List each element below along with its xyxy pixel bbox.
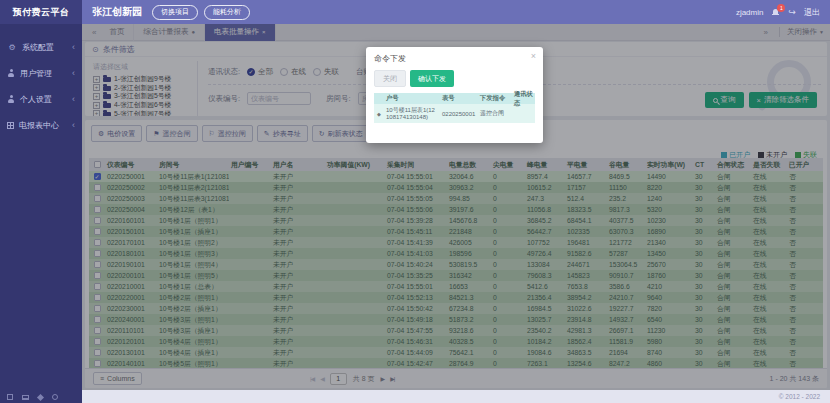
project-name: 张江创新园	[92, 5, 142, 19]
logout-icon: ↪	[788, 7, 796, 17]
modal-confirm-button[interactable]: 确认下发	[410, 70, 454, 87]
meter-cell: 0220250001	[440, 111, 478, 117]
energy-analysis-button[interactable]: 能耗分析	[204, 5, 250, 20]
modal-close-icon[interactable]: ×	[531, 51, 536, 61]
grid-icon	[7, 122, 14, 129]
sidebar-item-gear[interactable]: 系统配置 ‹	[0, 34, 82, 60]
switch-project-button[interactable]: 切换项目	[152, 5, 198, 20]
brand-logo: 预付费云平台	[0, 0, 82, 24]
username: zjadmin	[736, 8, 764, 17]
notification-bell[interactable]: 1	[771, 8, 780, 17]
chevron-left-icon: ‹	[72, 120, 75, 130]
topbar: 张江创新园 切换项目 能耗分析 zjadmin 1 ↪ 退出	[82, 0, 830, 24]
sidebar-item-label: 系统配置	[22, 42, 54, 53]
person-icon	[7, 95, 15, 103]
chevron-left-icon: ‹	[72, 94, 75, 104]
account-cell: 10号楼11层表1(12108174130148)	[384, 107, 440, 121]
modal-header: 命令下发 ×	[366, 47, 543, 68]
chevron-left-icon: ‹	[72, 42, 75, 52]
row-bullet-icon: ◆	[374, 111, 384, 117]
command-dispatch-modal: 命令下发 × 关闭 确认下发 户号表号下发指令通讯状态 ◆ 10号楼11层表1(…	[366, 47, 543, 143]
modal-column-header: 户号	[384, 94, 440, 103]
modal-column-header: 下发指令	[478, 94, 512, 103]
chevron-left-icon: ‹	[72, 68, 75, 78]
notification-badge: 1	[777, 4, 785, 12]
command-cell: 遥控合闸	[478, 109, 512, 118]
dock-square-icon[interactable]	[7, 394, 13, 400]
modal-cancel-button[interactable]: 关闭	[374, 70, 406, 87]
sidebar-item-grid[interactable]: 电报表中心 ‹	[0, 112, 82, 138]
user-area: zjadmin 1 ↪ 退出	[736, 7, 820, 18]
modal-table-row: ◆ 10号楼11层表1(12108174130148) 0220250001 遥…	[374, 104, 535, 123]
modal-title: 命令下发	[374, 54, 406, 63]
sidebar: 预付费云平台 系统配置 ‹ 用户管理 ‹ 个人设置 ‹ 电报表中心 ‹	[0, 0, 82, 403]
modal-table-header: 户号表号下发指令通讯状态	[374, 93, 535, 104]
modal-column-header: 表号	[440, 94, 478, 103]
gear-icon	[7, 43, 17, 52]
sidebar-item-label: 个人设置	[20, 94, 52, 105]
sidebar-item-person[interactable]: 个人设置 ‹	[0, 86, 82, 112]
sidebar-item-label: 电报表中心	[19, 120, 59, 131]
dock-circle-icon[interactable]	[52, 394, 58, 400]
screen: 预付费云平台 系统配置 ‹ 用户管理 ‹ 个人设置 ‹ 电报表中心 ‹ 张江创新…	[0, 0, 830, 403]
user-icon	[7, 69, 15, 77]
sidebar-dock	[7, 394, 58, 400]
logout-button[interactable]: 退出	[804, 7, 820, 18]
footer-copyright: © 2012 - 2022	[82, 390, 830, 403]
sidebar-item-user[interactable]: 用户管理 ‹	[0, 60, 82, 86]
modal-column-header: 通讯状态	[512, 90, 535, 108]
modal-buttons: 关闭 确认下发	[366, 68, 543, 92]
dock-diamond-icon[interactable]	[37, 393, 44, 400]
modal-table: 户号表号下发指令通讯状态 ◆ 10号楼11层表1(12108174130148)…	[374, 93, 535, 123]
sidebar-menu: 系统配置 ‹ 用户管理 ‹ 个人设置 ‹ 电报表中心 ‹	[0, 34, 82, 138]
dock-monitor-icon[interactable]	[22, 395, 29, 400]
sidebar-item-label: 用户管理	[20, 68, 52, 79]
